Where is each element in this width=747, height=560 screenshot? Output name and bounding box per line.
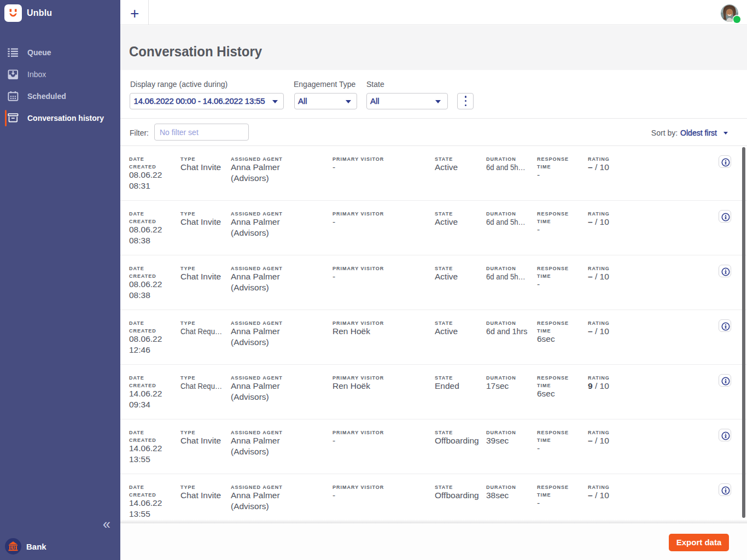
- svg-text:$: $: [12, 545, 14, 550]
